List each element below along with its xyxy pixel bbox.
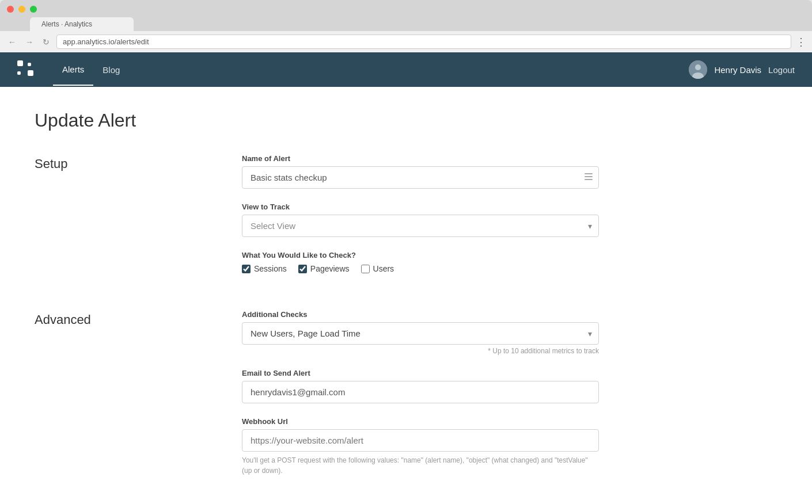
minimize-button[interactable] [18,6,25,13]
setup-section: Setup Name of Alert [35,154,599,287]
what-to-check-label: What You Would Like to Check? [242,251,599,259]
advanced-fields: Additional Checks New Users, Page Load T… [242,310,599,490]
advanced-label: Advanced [35,310,242,490]
additional-checks-select[interactable]: New Users, Page Load Time [242,322,599,345]
active-tab[interactable]: Alerts · Analytics [30,17,134,31]
page-title: Update Alert [35,110,599,131]
logo-dot-2 [28,63,31,66]
svg-rect-5 [585,179,593,180]
svg-point-1 [695,64,701,70]
maximize-button[interactable] [30,6,37,13]
logo-icon [17,60,36,79]
svg-rect-4 [585,176,593,177]
pageviews-checkbox-item[interactable]: Pageviews [298,264,350,273]
svg-rect-3 [585,173,593,174]
sessions-checkbox[interactable] [242,265,251,273]
view-to-track-label: View to Track [242,203,599,211]
users-label: Users [373,264,394,273]
address-text: app.analytics.io/alerts/edit [63,37,149,46]
list-icon [584,172,593,184]
address-bar[interactable]: app.analytics.io/alerts/edit [56,35,791,49]
avatar-image [689,60,707,79]
back-button[interactable]: ← [6,36,18,48]
logo-dot-1 [17,60,23,66]
nav-item-blog[interactable]: Blog [93,55,129,85]
advanced-section: Advanced Additional Checks New Users, Pa… [35,310,599,490]
forward-button[interactable]: → [23,36,36,48]
name-of-alert-input-wrapper [242,166,599,189]
setup-fields: Name of Alert View t [242,154,599,287]
reload-button[interactable]: ↻ [40,36,52,48]
email-group: Email to Send Alert [242,369,599,403]
username-label: Henry Davis [714,65,761,75]
view-to-track-select-wrapper: Select View ▾ [242,215,599,237]
webhook-group: Webhook Url You'll get a POST request wi… [242,417,599,476]
browser-menu-icon[interactable]: ⋮ [796,36,806,48]
view-to-track-select[interactable]: Select View [242,215,599,237]
avatar [689,60,707,79]
tab-label: Alerts · Analytics [41,20,92,28]
logo [17,60,36,79]
webhook-label: Webhook Url [242,417,599,426]
logout-button[interactable]: Logout [768,65,795,75]
additional-checks-helper: * Up to 10 additional metrics to track [242,347,599,355]
nav-item-alerts[interactable]: Alerts [53,54,93,86]
webhook-note: You'll get a POST request with the follo… [242,455,599,476]
users-checkbox-item[interactable]: Users [361,264,394,273]
name-of-alert-group: Name of Alert [242,154,599,189]
checkbox-group: Sessions Pageviews Users [242,264,599,273]
additional-checks-select-wrapper: New Users, Page Load Time ▾ [242,322,599,345]
navbar: Alerts Blog Henry Davis Logout [0,52,812,87]
close-button[interactable] [7,6,14,13]
what-to-check-group: What You Would Like to Check? Sessions P… [242,251,599,273]
sessions-checkbox-item[interactable]: Sessions [242,264,287,273]
name-of-alert-input[interactable] [242,166,599,189]
pageviews-label: Pageviews [310,264,350,273]
additional-checks-group: Additional Checks New Users, Page Load T… [242,310,599,355]
page-content: Update Alert Setup Name of Alert [0,87,633,504]
name-of-alert-label: Name of Alert [242,154,599,163]
nav-menu: Alerts Blog [53,54,689,86]
pageviews-checkbox[interactable] [298,265,307,273]
sessions-label: Sessions [254,264,287,273]
additional-checks-label: Additional Checks [242,310,599,319]
navbar-right: Henry Davis Logout [689,60,795,79]
logo-dot-4 [28,70,33,76]
logo-dot-3 [17,71,21,75]
view-to-track-group: View to Track Select View ▾ [242,203,599,237]
email-label: Email to Send Alert [242,369,599,377]
users-checkbox[interactable] [361,265,370,273]
webhook-input[interactable] [242,429,599,452]
email-input[interactable] [242,381,599,403]
setup-label: Setup [35,154,242,287]
